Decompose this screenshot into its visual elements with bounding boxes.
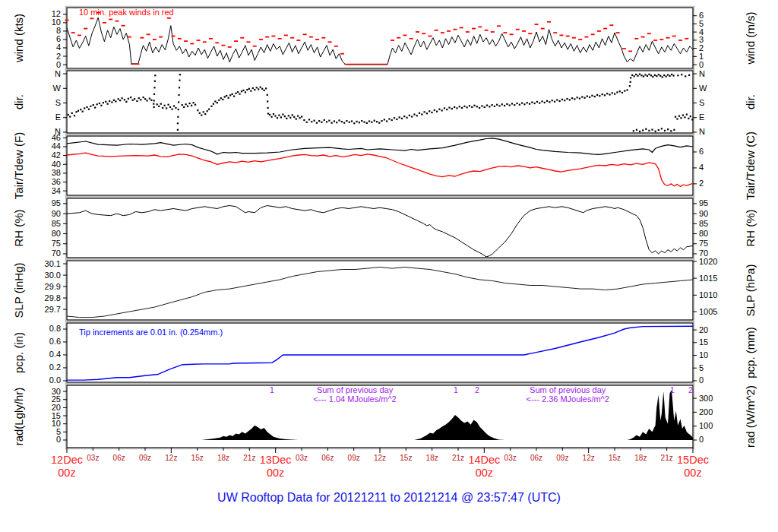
- series-tair-tdew: [67, 138, 693, 187]
- hour-label: 03z: [87, 454, 99, 462]
- svg-text:0.4: 0.4: [49, 350, 61, 359]
- axis-title-right-pcp: pcp. (mm): [744, 327, 757, 378]
- svg-text:90: 90: [52, 209, 61, 218]
- svg-text:0.8: 0.8: [49, 324, 61, 333]
- svg-text:70: 70: [52, 249, 61, 258]
- svg-text:4: 4: [699, 27, 704, 36]
- day-sublabel: 00z: [476, 467, 493, 479]
- svg-text:46: 46: [52, 133, 61, 142]
- svg-text:15: 15: [52, 411, 61, 420]
- svg-text:8: 8: [56, 26, 61, 35]
- hour-label: 06z: [530, 454, 542, 462]
- svg-text:E: E: [55, 112, 61, 122]
- svg-text:44: 44: [52, 141, 61, 150]
- meteogram: 0246810120123456wind (kts)wind (m/s)NWSE…: [0, 0, 778, 532]
- svg-text:2: 2: [699, 43, 704, 52]
- hour-label: 15z: [609, 454, 621, 462]
- day-label: 15Dec: [677, 454, 709, 466]
- rad-marker: 1: [454, 385, 458, 394]
- rad-sum-note: Sum of previous day: [530, 385, 606, 394]
- hour-label: 21z: [452, 454, 464, 462]
- svg-text:75: 75: [52, 239, 61, 248]
- hour-label: 18z: [217, 454, 229, 462]
- day-label: 13Dec: [260, 454, 292, 466]
- hour-label: 03z: [296, 454, 308, 462]
- svg-text:0: 0: [56, 60, 61, 69]
- axis-title-right-slp: SLP (hPa): [744, 264, 757, 317]
- hour-label: 12z: [374, 454, 386, 462]
- chart-title: UW Rooftop Data for 20121211 to 20121214…: [0, 491, 778, 505]
- axis-title-right-rh: RH (%): [744, 209, 757, 246]
- svg-text:20: 20: [52, 403, 61, 412]
- svg-text:90: 90: [699, 209, 708, 218]
- svg-text:40: 40: [52, 160, 61, 169]
- svg-text:5: 5: [56, 427, 61, 436]
- rad-marker: 1: [670, 385, 675, 394]
- svg-text:0.2: 0.2: [49, 363, 61, 372]
- axis-title-right-rad: rad (W/m^2): [744, 385, 757, 448]
- peak-winds-note: 10 min. peak winds in red: [79, 8, 174, 17]
- svg-text:300: 300: [699, 394, 713, 403]
- axis-title-right-tair: Tair/Tdew (C): [744, 131, 757, 200]
- meteogram-svg: 0246810120123456wind (kts)wind (m/s)NWSE…: [0, 0, 778, 532]
- svg-text:12: 12: [52, 9, 61, 18]
- svg-text:85: 85: [52, 219, 61, 228]
- series-rad: [201, 390, 693, 440]
- svg-text:20: 20: [699, 325, 708, 334]
- panel-dir: NWSENNWSENdir.dir.: [12, 69, 757, 137]
- svg-text:1015: 1015: [699, 274, 717, 283]
- axis-title-left-dir: dir.: [12, 94, 25, 109]
- tip-increments-note: Tip increments are 0.01 in. (0.254mm.): [79, 328, 223, 337]
- rad-sum-value: <--- 2.36 MJoules/m^2: [526, 394, 609, 404]
- svg-text:0: 0: [699, 375, 704, 385]
- rad-marker: 1: [270, 385, 274, 394]
- series-wind: [65, 13, 694, 65]
- svg-text:1005: 1005: [699, 307, 717, 316]
- svg-text:29.7: 29.7: [45, 305, 61, 314]
- svg-text:N: N: [699, 69, 705, 78]
- svg-text:5: 5: [699, 19, 704, 28]
- axis-title-left-wind: wind (kts): [12, 14, 25, 63]
- svg-text:4: 4: [699, 163, 704, 172]
- day-sublabel: 00z: [684, 467, 701, 479]
- svg-text:80: 80: [52, 229, 61, 238]
- hour-label: 18z: [634, 454, 647, 462]
- hour-label: 18z: [426, 454, 438, 462]
- hour-label: 09z: [139, 454, 151, 462]
- svg-text:N: N: [55, 69, 61, 78]
- hour-label: 09z: [556, 454, 568, 462]
- svg-text:34: 34: [52, 186, 61, 195]
- rad-annotations: Sum of previous day<--- 1.04 MJoules/m^2…: [270, 385, 693, 404]
- svg-text:0: 0: [699, 60, 704, 69]
- series-direction: [68, 73, 694, 132]
- rad-marker: 2: [688, 385, 693, 394]
- svg-text:75: 75: [699, 239, 708, 248]
- svg-text:W: W: [53, 84, 62, 93]
- svg-text:0.6: 0.6: [49, 337, 61, 346]
- x-axis-ticks: 03z06z09z12z15z18z21z03z06z09z12z15z18z2…: [51, 448, 709, 479]
- hour-label: 15z: [400, 454, 412, 462]
- svg-text:0: 0: [699, 435, 704, 444]
- day-label: 12Dec: [51, 454, 83, 466]
- svg-text:95: 95: [699, 198, 708, 207]
- svg-text:80: 80: [699, 229, 708, 238]
- hour-label: 12z: [583, 454, 595, 462]
- svg-text:4: 4: [56, 43, 61, 52]
- svg-text:25: 25: [52, 394, 61, 404]
- axis-title-right-wind: wind (m/s): [744, 11, 757, 65]
- panel-tair: 34363840424446246Tair/Tdew (F)Tair/Tdew …: [12, 131, 757, 200]
- svg-text:2: 2: [56, 52, 61, 61]
- rad-sum-note: Sum of previous day: [317, 385, 394, 394]
- day-label: 14Dec: [468, 454, 500, 466]
- svg-text:5: 5: [699, 363, 704, 372]
- svg-text:1: 1: [699, 52, 704, 61]
- rad-marker: 2: [475, 385, 479, 394]
- svg-text:15: 15: [699, 337, 708, 347]
- svg-text:85: 85: [699, 219, 708, 228]
- svg-text:100: 100: [699, 421, 713, 430]
- svg-text:S: S: [699, 98, 704, 107]
- svg-text:E: E: [699, 112, 704, 122]
- svg-text:10: 10: [52, 419, 61, 428]
- svg-text:42: 42: [52, 150, 61, 160]
- rad-sum-value: <--- 1.04 MJoules/m^2: [313, 394, 396, 404]
